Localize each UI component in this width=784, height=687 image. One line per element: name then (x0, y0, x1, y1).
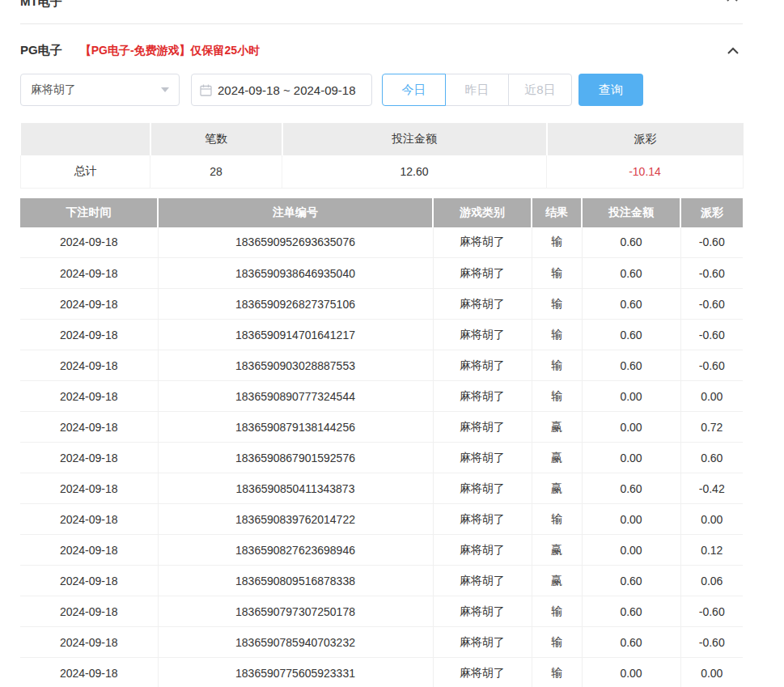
order-id-cell: 1836590938646935040 (158, 258, 433, 289)
bet-amount-cell: 0.00 (582, 381, 680, 412)
game-type-cell: 麻将胡了 (433, 627, 532, 658)
result-cell: 赢 (532, 473, 582, 504)
calendar-icon (200, 84, 212, 96)
table-row: 2024-09-181836590850411343873麻将胡了赢0.60-0… (20, 473, 743, 504)
bet-amount-cell: 0.00 (582, 443, 680, 473)
date-range-value: 2024-09-18 ~ 2024-09-18 (218, 83, 356, 97)
summary-payout-value: -10.14 (547, 155, 744, 188)
order-id-cell: 1836590952693635076 (158, 227, 433, 258)
bet-time-cell: 2024-09-18 (20, 658, 158, 687)
order-id-cell: 1836590827623698946 (158, 535, 433, 566)
game-select-value: 麻将胡了 (31, 83, 76, 97)
table-row: 2024-09-181836590827623698946麻将胡了赢0.000.… (20, 535, 743, 566)
records-header-cell: 派彩 (680, 198, 743, 227)
chevron-up-icon[interactable] (726, 0, 739, 2)
bet-time-cell: 2024-09-18 (20, 627, 158, 658)
bet-amount-cell: 0.00 (582, 535, 680, 566)
table-row: 2024-09-181836590938646935040麻将胡了输0.60-0… (20, 258, 743, 289)
bet-amount-cell: 0.60 (582, 473, 680, 504)
date-range-picker[interactable]: 2024-09-18 ~ 2024-09-18 (191, 74, 372, 106)
query-button[interactable]: 查询 (578, 74, 643, 106)
summary-header-bet-amount: 投注金额 (282, 123, 547, 155)
bet-time-cell: 2024-09-18 (20, 412, 158, 443)
summary-count-value: 28 (150, 155, 282, 188)
previous-section-title: MT电子 (20, 0, 62, 4)
bet-amount-cell: 0.60 (582, 227, 680, 258)
bet-time-cell: 2024-09-18 (20, 258, 158, 289)
collapse-chevron-up-icon[interactable] (727, 45, 740, 57)
summary-header-row: 笔数 投注金额 派彩 (21, 123, 744, 155)
game-type-cell: 麻将胡了 (433, 566, 532, 596)
order-id-cell: 1836590785940703232 (158, 627, 433, 658)
order-id-cell: 1836590890777324544 (158, 381, 433, 412)
payout-cell: 0.72 (680, 412, 743, 443)
records-header-row: 下注时间注单编号游戏类别结果投注金额派彩 (20, 198, 743, 227)
table-row: 2024-09-181836590879138144256麻将胡了赢0.000.… (20, 412, 743, 443)
table-row: 2024-09-181836590785940703232麻将胡了输0.60-0… (20, 627, 743, 658)
bet-time-cell: 2024-09-18 (20, 504, 158, 535)
game-type-cell: 麻将胡了 (433, 289, 532, 320)
table-row: 2024-09-181836590775605923331麻将胡了输0.000.… (20, 658, 743, 687)
records-header-cell: 投注金额 (582, 198, 680, 227)
summary-total-label: 总计 (21, 155, 150, 188)
bet-amount-cell: 0.00 (582, 504, 680, 535)
table-row: 2024-09-181836590903028887553麻将胡了输0.60-0… (20, 350, 743, 381)
table-row: 2024-09-181836590839762014722麻将胡了输0.000.… (20, 504, 743, 535)
table-row: 2024-09-181836590890777324544麻将胡了输0.000.… (20, 381, 743, 412)
summary-header-payout: 派彩 (547, 123, 744, 155)
summary-bet-amount-value: 12.60 (282, 155, 547, 188)
payout-cell: 0.12 (680, 535, 743, 566)
section-divider (20, 23, 743, 24)
order-id-cell: 1836590809516878338 (158, 566, 433, 596)
records-body: 2024-09-181836590952693635076麻将胡了输0.60-0… (20, 227, 743, 687)
order-id-cell: 1836590879138144256 (158, 412, 433, 443)
order-id-cell: 1836590797307250178 (158, 596, 433, 627)
chevron-down-icon (161, 87, 169, 92)
result-cell: 输 (532, 504, 582, 535)
payout-cell: -0.60 (680, 596, 743, 627)
order-id-cell: 1836590867901592576 (158, 443, 433, 473)
game-type-cell: 麻将胡了 (433, 504, 532, 535)
bet-time-cell: 2024-09-18 (20, 227, 158, 258)
payout-cell: -0.60 (680, 289, 743, 320)
bet-amount-cell: 0.60 (582, 596, 680, 627)
quick-range-button[interactable]: 昨日 (445, 74, 509, 106)
filter-bar: 麻将胡了 2024-09-18 ~ 2024-09-18 今日昨日近8日 查询 (20, 74, 743, 106)
table-row: 2024-09-181836590952693635076麻将胡了输0.60-0… (20, 227, 743, 258)
order-id-cell: 1836590914701641217 (158, 320, 433, 350)
result-cell: 赢 (532, 535, 582, 566)
game-type-cell: 麻将胡了 (433, 658, 532, 687)
game-type-cell: 麻将胡了 (433, 412, 532, 443)
result-cell: 输 (532, 227, 582, 258)
table-row: 2024-09-181836590797307250178麻将胡了输0.60-0… (20, 596, 743, 627)
order-id-cell: 1836590839762014722 (158, 504, 433, 535)
game-type-cell: 麻将胡了 (433, 258, 532, 289)
quick-range-button[interactable]: 今日 (382, 74, 446, 106)
payout-cell: -0.60 (680, 627, 743, 658)
bet-time-cell: 2024-09-18 (20, 320, 158, 350)
game-type-cell: 麻将胡了 (433, 227, 532, 258)
game-type-cell: 麻将胡了 (433, 320, 532, 350)
result-cell: 输 (532, 658, 582, 687)
page: MT电子 PG电子 【PG电子-免费游戏】仅保留25小时 麻将胡了 (0, 0, 784, 687)
payout-cell: -0.60 (680, 320, 743, 350)
quick-range-button[interactable]: 近8日 (508, 74, 572, 106)
bet-amount-cell: 0.60 (582, 289, 680, 320)
result-cell: 输 (532, 320, 582, 350)
order-id-cell: 1836590903028887553 (158, 350, 433, 381)
section-notice: 【PG电子-免费游戏】仅保留25小时 (80, 44, 260, 58)
game-type-cell: 麻将胡了 (433, 443, 532, 473)
game-type-cell: 麻将胡了 (433, 535, 532, 566)
bet-amount-cell: 0.60 (582, 350, 680, 381)
section-title: PG电子 (20, 43, 62, 58)
records-header-cell: 游戏类别 (433, 198, 532, 227)
records-header-cell: 注单编号 (158, 198, 433, 227)
payout-cell: 0.00 (680, 504, 743, 535)
table-row: 2024-09-181836590914701641217麻将胡了输0.60-0… (20, 320, 743, 350)
bet-time-cell: 2024-09-18 (20, 473, 158, 504)
result-cell: 输 (532, 381, 582, 412)
bet-time-cell: 2024-09-18 (20, 350, 158, 381)
game-select[interactable]: 麻将胡了 (20, 74, 180, 106)
records-table: 下注时间注单编号游戏类别结果投注金额派彩 2024-09-18183659095… (20, 198, 743, 687)
bet-amount-cell: 0.00 (582, 412, 680, 443)
